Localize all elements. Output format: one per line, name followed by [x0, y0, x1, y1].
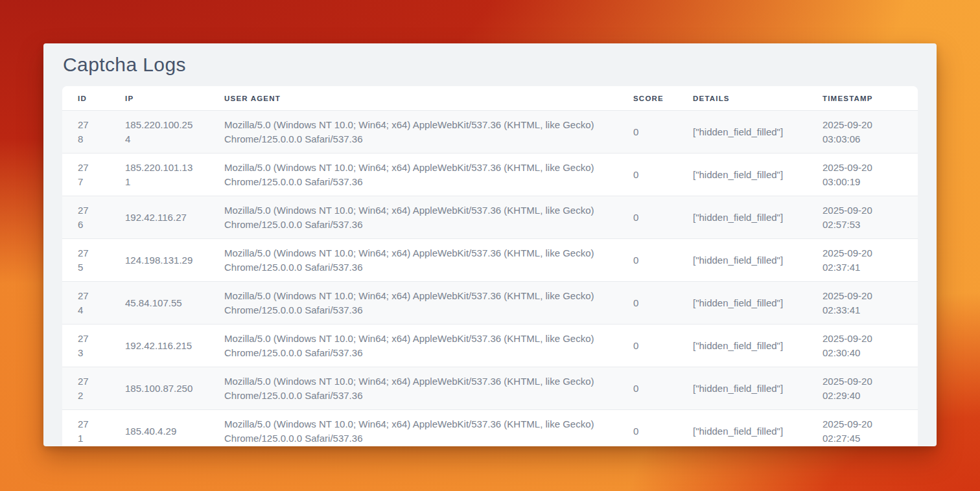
cell-timestamp: 2025-09-20 03:00:19 [807, 154, 918, 196]
column-header-ip: IP [110, 86, 209, 111]
cell-ip: 185.220.101.131 [110, 154, 209, 196]
table-row: 276 192.42.116.27 Mozilla/5.0 (Windows N… [62, 196, 918, 239]
table-row: 277 185.220.101.131 Mozilla/5.0 (Windows… [62, 154, 918, 196]
cell-score: 0 [618, 367, 677, 410]
page-background: { "page": { "title": "Captcha Logs" }, "… [0, 0, 980, 491]
cell-score: 0 [618, 239, 677, 282]
table-row: 274 45.84.107.55 Mozilla/5.0 (Windows NT… [62, 282, 918, 325]
cell-score: 0 [618, 196, 677, 239]
table-header-row: ID IP USER AGENT SCORE DETAILS TIMESTAMP [62, 86, 918, 111]
cell-id: 273 [62, 325, 110, 367]
cell-details: ["hidden_field_filled"] [677, 367, 807, 410]
cell-ip: 192.42.116.27 [110, 196, 209, 239]
cell-score: 0 [618, 282, 677, 325]
page-title: Captcha Logs [63, 54, 918, 76]
cell-details: ["hidden_field_filled"] [677, 154, 807, 196]
cell-details: ["hidden_field_filled"] [677, 410, 807, 447]
table-row: 273 192.42.116.215 Mozilla/5.0 (Windows … [62, 325, 918, 367]
cell-id: 272 [62, 367, 110, 410]
column-header-user-agent: USER AGENT [209, 86, 618, 111]
cell-ip: 45.84.107.55 [110, 282, 209, 325]
cell-id: 274 [62, 282, 110, 325]
table-row: 271 185.40.4.29 Mozilla/5.0 (Windows NT … [62, 410, 918, 447]
cell-timestamp: 2025-09-20 02:33:41 [807, 282, 918, 325]
cell-id: 277 [62, 154, 110, 196]
cell-ip: 192.42.116.215 [110, 325, 209, 367]
cell-details: ["hidden_field_filled"] [677, 239, 807, 282]
cell-user-agent: Mozilla/5.0 (Windows NT 10.0; Win64; x64… [209, 325, 618, 367]
cell-ip: 185.220.100.254 [110, 111, 209, 154]
cell-user-agent: Mozilla/5.0 (Windows NT 10.0; Win64; x64… [209, 111, 618, 154]
cell-id: 275 [62, 239, 110, 282]
cell-user-agent: Mozilla/5.0 (Windows NT 10.0; Win64; x64… [209, 196, 618, 239]
cell-details: ["hidden_field_filled"] [677, 196, 807, 239]
column-header-details: DETAILS [677, 86, 807, 111]
cell-details: ["hidden_field_filled"] [677, 282, 807, 325]
table-row: 278 185.220.100.254 Mozilla/5.0 (Windows… [62, 111, 918, 154]
cell-timestamp: 2025-09-20 02:57:53 [807, 196, 918, 239]
cell-ip: 124.198.131.29 [110, 239, 209, 282]
captcha-logs-card: Captcha Logs ID IP USER AGENT SCORE DETA… [43, 43, 937, 446]
cell-id: 276 [62, 196, 110, 239]
cell-details: ["hidden_field_filled"] [677, 325, 807, 367]
cell-user-agent: Mozilla/5.0 (Windows NT 10.0; Win64; x64… [209, 154, 618, 196]
column-header-id: ID [62, 86, 110, 111]
cell-timestamp: 2025-09-20 02:30:40 [807, 325, 918, 367]
column-header-score: SCORE [618, 86, 677, 111]
captcha-logs-table-container: ID IP USER AGENT SCORE DETAILS TIMESTAMP… [62, 86, 918, 446]
captcha-logs-table: ID IP USER AGENT SCORE DETAILS TIMESTAMP… [62, 86, 918, 446]
cell-id: 271 [62, 410, 110, 447]
cell-score: 0 [618, 111, 677, 154]
cell-timestamp: 2025-09-20 02:29:40 [807, 367, 918, 410]
cell-details: ["hidden_field_filled"] [677, 111, 807, 154]
cell-score: 0 [618, 325, 677, 367]
table-row: 275 124.198.131.29 Mozilla/5.0 (Windows … [62, 239, 918, 282]
cell-timestamp: 2025-09-20 02:37:41 [807, 239, 918, 282]
cell-score: 0 [618, 410, 677, 447]
cell-timestamp: 2025-09-20 02:27:45 [807, 410, 918, 447]
cell-timestamp: 2025-09-20 03:03:06 [807, 111, 918, 154]
cell-score: 0 [618, 154, 677, 196]
cell-ip: 185.100.87.250 [110, 367, 209, 410]
cell-id: 278 [62, 111, 110, 154]
cell-user-agent: Mozilla/5.0 (Windows NT 10.0; Win64; x64… [209, 367, 618, 410]
cell-user-agent: Mozilla/5.0 (Windows NT 10.0; Win64; x64… [209, 410, 618, 447]
cell-user-agent: Mozilla/5.0 (Windows NT 10.0; Win64; x64… [209, 282, 618, 325]
cell-ip: 185.40.4.29 [110, 410, 209, 447]
table-row: 272 185.100.87.250 Mozilla/5.0 (Windows … [62, 367, 918, 410]
column-header-timestamp: TIMESTAMP [807, 86, 918, 111]
cell-user-agent: Mozilla/5.0 (Windows NT 10.0; Win64; x64… [209, 239, 618, 282]
